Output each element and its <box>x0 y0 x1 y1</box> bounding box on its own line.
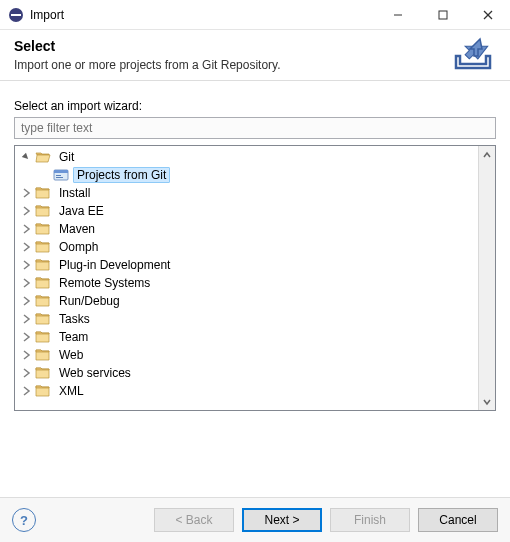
tree-folder[interactable]: Run/Debug <box>15 292 478 310</box>
chevron-right-icon[interactable] <box>19 240 33 254</box>
tree-folder[interactable]: Oomph <box>15 238 478 256</box>
folder-icon <box>35 221 51 237</box>
folder-icon <box>35 203 51 219</box>
minimize-button[interactable] <box>375 0 420 30</box>
svg-rect-9 <box>56 177 63 178</box>
chevron-right-icon[interactable] <box>19 204 33 218</box>
chevron-right-icon[interactable] <box>19 258 33 272</box>
chevron-right-icon[interactable] <box>19 294 33 308</box>
folder-icon <box>35 257 51 273</box>
tree-item-label: Java EE <box>55 203 108 219</box>
wizard-select-label: Select an import wizard: <box>14 99 496 113</box>
button-bar: ? < Back Next > Finish Cancel <box>0 497 510 542</box>
folder-icon <box>35 239 51 255</box>
wizard-tree-container: GitProjects from GitInstallJava EEMavenO… <box>14 145 496 411</box>
folder-icon <box>35 149 51 165</box>
app-icon <box>6 5 26 25</box>
tree-folder[interactable]: Install <box>15 184 478 202</box>
folder-icon <box>35 365 51 381</box>
tree-folder[interactable]: Web <box>15 346 478 364</box>
dialog-body: Select an import wizard: GitProjects fro… <box>0 81 510 419</box>
tree-folder[interactable]: Remote Systems <box>15 274 478 292</box>
scroll-down-button[interactable] <box>479 393 495 410</box>
titlebar: Import <box>0 0 510 30</box>
tree-folder[interactable]: Tasks <box>15 310 478 328</box>
tree-item-label: Team <box>55 329 92 345</box>
tree-folder[interactable]: Git <box>15 148 478 166</box>
tree-item-label: Maven <box>55 221 99 237</box>
chevron-right-icon[interactable] <box>19 366 33 380</box>
tree-item[interactable]: Projects from Git <box>15 166 478 184</box>
vertical-scrollbar[interactable] <box>478 146 495 410</box>
tree-item-label: Git <box>55 149 78 165</box>
next-button[interactable]: Next > <box>242 508 322 532</box>
import-icon <box>450 36 496 72</box>
maximize-button[interactable] <box>420 0 465 30</box>
tree-item-label: Run/Debug <box>55 293 124 309</box>
help-button[interactable]: ? <box>12 508 36 532</box>
tree-item-label: XML <box>55 383 88 399</box>
tree-folder[interactable]: XML <box>15 382 478 400</box>
svg-rect-3 <box>439 11 447 19</box>
tree-folder[interactable]: Team <box>15 328 478 346</box>
folder-icon <box>35 311 51 327</box>
wizard-tree[interactable]: GitProjects from GitInstallJava EEMavenO… <box>15 146 478 410</box>
chevron-right-icon[interactable] <box>19 312 33 326</box>
folder-icon <box>35 329 51 345</box>
svg-rect-1 <box>11 14 21 16</box>
tree-item-label: Remote Systems <box>55 275 154 291</box>
window-title: Import <box>30 8 375 22</box>
back-button[interactable]: < Back <box>154 508 234 532</box>
tree-item-label: Web <box>55 347 87 363</box>
wizard-icon <box>53 167 69 183</box>
folder-icon <box>35 293 51 309</box>
chevron-right-icon[interactable] <box>19 384 33 398</box>
cancel-button[interactable]: Cancel <box>418 508 498 532</box>
tree-item-label: Oomph <box>55 239 102 255</box>
dialog-banner: Select Import one or more projects from … <box>0 30 510 81</box>
chevron-down-icon[interactable] <box>19 150 33 164</box>
svg-rect-7 <box>54 170 68 173</box>
tree-item-label: Install <box>55 185 94 201</box>
tree-folder[interactable]: Web services <box>15 364 478 382</box>
chevron-right-icon[interactable] <box>19 330 33 344</box>
banner-heading: Select <box>14 38 450 54</box>
folder-icon <box>35 347 51 363</box>
folder-icon <box>35 383 51 399</box>
chevron-right-icon[interactable] <box>37 168 51 182</box>
tree-item-label: Projects from Git <box>73 167 170 183</box>
tree-folder[interactable]: Maven <box>15 220 478 238</box>
tree-item-label: Web services <box>55 365 135 381</box>
chevron-right-icon[interactable] <box>19 186 33 200</box>
folder-icon <box>35 275 51 291</box>
tree-item-label: Tasks <box>55 311 94 327</box>
tree-item-label: Plug-in Development <box>55 257 174 273</box>
banner-description: Import one or more projects from a Git R… <box>14 58 450 72</box>
svg-rect-8 <box>56 175 61 176</box>
filter-input[interactable] <box>14 117 496 139</box>
chevron-right-icon[interactable] <box>19 276 33 290</box>
chevron-right-icon[interactable] <box>19 348 33 362</box>
scroll-up-button[interactable] <box>479 146 495 163</box>
folder-icon <box>35 185 51 201</box>
chevron-right-icon[interactable] <box>19 222 33 236</box>
window-buttons <box>375 0 510 30</box>
tree-folder[interactable]: Plug-in Development <box>15 256 478 274</box>
close-button[interactable] <box>465 0 510 30</box>
finish-button[interactable]: Finish <box>330 508 410 532</box>
tree-folder[interactable]: Java EE <box>15 202 478 220</box>
